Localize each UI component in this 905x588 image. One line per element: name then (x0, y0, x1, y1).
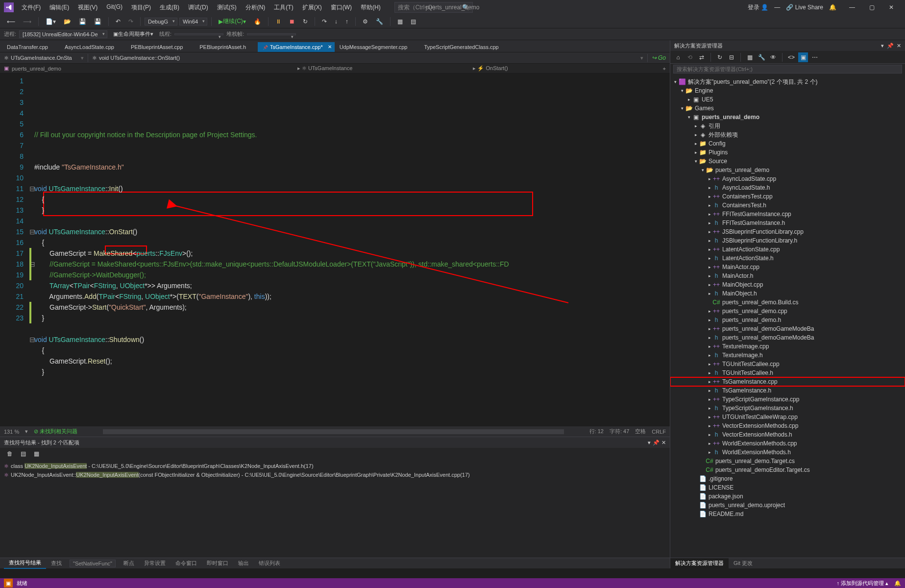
tree-item[interactable]: ▸++puerts_unreal_demo.cpp (670, 307, 905, 316)
tree-item[interactable]: ▸hAsyncLoadState.h (670, 183, 905, 192)
menu-item[interactable]: 生成(B) (156, 1, 183, 14)
tree-item[interactable]: ▸++puerts_unreal_demoGameModeBa (670, 324, 905, 333)
notifications-icon[interactable]: 🔔 (894, 580, 901, 587)
menu-item[interactable]: 分析(N) (242, 1, 269, 14)
list-button[interactable]: ▤ (408, 17, 419, 26)
code-content[interactable]: // Fill out your copyright notice in the… (29, 74, 670, 426)
zoom-level[interactable]: 131 % (4, 429, 19, 435)
minimize-button[interactable]: — (842, 0, 862, 15)
tree-item[interactable]: C#puerts_unreal_demoEditor.Target.cs (670, 466, 905, 474)
close-button[interactable]: ✕ (881, 0, 901, 15)
bottom-tab[interactable]: 命令窗口 (171, 558, 202, 568)
tree-item[interactable]: ▸📁Plugins (670, 148, 905, 157)
bottom-tab[interactable]: 错误列表 (254, 558, 285, 568)
view-code-icon[interactable]: <> (786, 52, 796, 62)
tree-item[interactable]: ▸++UTGUnitTestCalleeWrap.cpp (670, 413, 905, 421)
indent-indicator[interactable]: 空格 (635, 428, 646, 435)
add-button[interactable]: + (663, 66, 666, 72)
menu-item[interactable]: 视图(V) (74, 1, 101, 14)
tree-item[interactable]: ▸hWorldExtensionMethods.h (670, 448, 905, 457)
home-icon[interactable]: ⌂ (673, 52, 683, 62)
tree-item[interactable]: ▸hTGUnitTestCallee.h (670, 368, 905, 377)
document-tab[interactable]: PEBlueprintAsset.h (195, 42, 258, 52)
tree-item[interactable]: ▸++FFITestGameInstance.cpp (670, 210, 905, 219)
document-tab[interactable]: PEBlueprintAsset.cpp (126, 42, 195, 52)
tree-item[interactable]: ▸◈外部依赖项 (670, 130, 905, 139)
breadcrumb[interactable]: ▣ puerts_unreal_demo ▸ ⚛ UTsGameInstance… (0, 64, 670, 74)
login-button[interactable]: 登录 👤 (748, 3, 768, 12)
window-minimize[interactable]: — (774, 4, 780, 11)
tree-item[interactable]: ▸hMainObject.h (670, 289, 905, 298)
scope-dropdown[interactable]: ⚛ UTsGameInstance.OnSta▾ (0, 54, 88, 62)
menu-item[interactable]: Git(G) (102, 1, 126, 14)
find-result-item[interactable]: ⚛UK2Node_InputAxisEvent::UK2Node_InputAx… (4, 470, 666, 479)
save-button[interactable]: 💾 (76, 17, 89, 26)
menu-item[interactable]: 窗口(W) (327, 1, 356, 14)
platform-dropdown[interactable]: Win64 (179, 18, 207, 25)
collapse-button[interactable]: ▤ (18, 449, 29, 458)
tool-button[interactable]: 🔧 (373, 17, 386, 26)
tree-item[interactable]: ▸++MainActor.cpp (670, 263, 905, 271)
restart-button[interactable]: ↻ (300, 17, 311, 26)
bottom-tab[interactable]: 断点 (119, 558, 139, 568)
sync-icon[interactable]: ⇄ (697, 52, 707, 62)
save-all-button[interactable]: 💾 (91, 17, 104, 26)
tree-item[interactable]: ▸++AsyncLoadState.cpp (670, 174, 905, 183)
menu-item[interactable]: 工具(T) (270, 1, 297, 14)
tree-item[interactable]: ▸++ContainersTest.cpp (670, 192, 905, 201)
tree-item[interactable]: ▸hLatentActionState.h (670, 254, 905, 263)
tree-item[interactable]: ▸📁Config (670, 139, 905, 148)
tree-item[interactable]: ▸hpuerts_unreal_demo.h (670, 316, 905, 324)
menu-item[interactable]: 测试(S) (213, 1, 241, 14)
bottom-tab[interactable]: 查找符号结果 (4, 558, 46, 569)
tree-item[interactable]: ▸hTypeScriptGameInstance.h (670, 404, 905, 413)
collapse-all-icon[interactable]: ⊟ (727, 52, 736, 62)
menu-item[interactable]: 帮助(H) (357, 1, 385, 14)
tree-item[interactable]: ▸hpuerts_unreal_demoGameModeBa (670, 333, 905, 342)
step-over-button[interactable]: ↷ (319, 17, 330, 26)
tree-item[interactable]: C#puerts_unreal_demo.Build.cs (670, 298, 905, 307)
solution-tree[interactable]: ▾🟪解决方案"puerts_unreal_demo"(2 个项目, 共 2 个)… (670, 75, 905, 558)
document-tab[interactable]: AsyncLoadState.cpp (60, 42, 126, 52)
tree-item[interactable]: ▸hTsGameInstance.h (670, 386, 905, 395)
tree-item[interactable]: ▸hTextureImage.h (670, 351, 905, 360)
properties-icon[interactable]: 🔧 (757, 52, 766, 62)
menu-item[interactable]: 编辑(E) (46, 1, 73, 14)
line-col-indicator[interactable]: 行: 12 (589, 428, 604, 435)
panel-close-icon[interactable]: ✕ (897, 43, 901, 49)
tool-button[interactable]: ⚙ (360, 17, 371, 26)
code-editor[interactable]: 1234567891011121314151617181920212223 //… (0, 74, 670, 426)
live-share-button[interactable]: 🔗 Live Share (786, 4, 823, 11)
menu-item[interactable]: 调试(D) (184, 1, 212, 14)
panel-pin-icon[interactable]: 📌 (653, 440, 660, 446)
tree-item[interactable]: 📄README.md (670, 510, 905, 518)
config-dropdown[interactable]: DebugG (145, 18, 177, 25)
issues-indicator[interactable]: ⊘ 未找到相关问题 (34, 428, 77, 435)
tree-item[interactable]: ▾📂puerts_unreal_demo (670, 166, 905, 174)
expand-button[interactable]: ▦ (31, 449, 42, 458)
tree-item[interactable]: ▸++WorldExtensionMethods.cpp (670, 439, 905, 448)
line-number-gutter[interactable]: 1234567891011121314151617181920212223 (0, 74, 29, 426)
tab-close-icon[interactable]: ✕ (328, 44, 332, 49)
source-control-button[interactable]: ↑ 添加到源代码管理 ▴ (836, 580, 888, 587)
menu-item[interactable]: 文件(F) (18, 1, 45, 14)
redo-button[interactable]: ↷ (125, 17, 136, 26)
open-button[interactable]: 📂 (61, 17, 74, 26)
tree-item[interactable]: ▸++VectorExtensionMethods.cpp (670, 421, 905, 430)
undo-button[interactable]: ↶ (113, 17, 123, 26)
tree-item[interactable]: ▾🟪解决方案"puerts_unreal_demo"(2 个项目, 共 2 个) (670, 77, 905, 86)
bottom-tab[interactable]: 输出 (233, 558, 254, 568)
tree-item[interactable]: 📄LICENSE (670, 483, 905, 492)
breadcrumb-method[interactable]: ▸ ⚡ OnStart() (473, 65, 508, 72)
step-out-button[interactable]: ↑ (342, 17, 351, 26)
menu-item[interactable]: 项目(P) (127, 1, 155, 14)
horizontal-scrollbar[interactable] (103, 429, 563, 434)
solution-search-input[interactable] (673, 65, 902, 74)
back-button[interactable]: ⟵ (4, 17, 18, 26)
tree-item[interactable]: ▸++TGUnitTestCallee.cpp (670, 360, 905, 368)
right-pane-tab[interactable]: 解决方案资源管理器 (670, 558, 729, 568)
pause-button[interactable]: ⏸ (272, 17, 284, 26)
tree-item[interactable]: ▸hJSBlueprintFunctionLibrary.h (670, 236, 905, 245)
more-icon[interactable]: ⋯ (810, 52, 820, 62)
tree-item[interactable]: ▸++JSBlueprintFunctionLibrary.cpp (670, 227, 905, 236)
